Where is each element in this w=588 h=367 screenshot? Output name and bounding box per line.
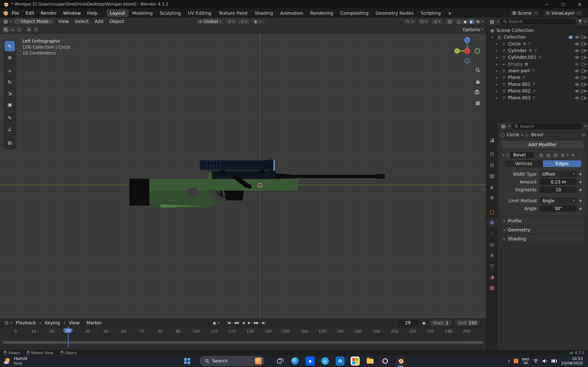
workspace-tab-scripting[interactable]: Scripting (417, 9, 444, 17)
navigation-gizmo[interactable]: Y Z X (452, 36, 482, 66)
options-button[interactable]: Options ▾ (463, 27, 483, 32)
selectability-dropdown[interactable]: ↖ ▾ (405, 19, 415, 24)
workspace-tab-animation[interactable]: Animation (277, 9, 306, 17)
outliner-item-main-part[interactable]: ▸ ▽ main part ▽ (486, 67, 588, 74)
camera-restrict-icon[interactable] (581, 42, 586, 46)
workspace-tab-layout[interactable]: Layout (106, 9, 128, 17)
overlays-dropdown[interactable]: ◎ ▾ (432, 19, 443, 24)
obs-button[interactable] (380, 357, 389, 365)
display-on-cage-toggle[interactable]: ◱ (545, 153, 551, 157)
shading-wireframe-icon[interactable]: ○ (456, 19, 462, 24)
menu-view[interactable]: View (56, 18, 71, 24)
modifier-extras-icon[interactable]: ▾ (567, 153, 569, 157)
outliner-item-circle[interactable]: ▸ ▽ Circle ⚙ ▽ (486, 40, 588, 47)
mode-dropdown[interactable]: ▢ Object Mode ▾ (13, 18, 54, 24)
collection-checkbox[interactable] (569, 35, 573, 39)
display-in-editmode-toggle[interactable]: ◰ (538, 153, 544, 157)
select-box-tool[interactable]: ↖ (5, 41, 15, 51)
maximize-button[interactable]: ▢ (555, 0, 571, 8)
menu-edit[interactable]: Edit (23, 9, 37, 17)
autokey-button[interactable]: ◉ (211, 320, 217, 325)
select-mode-add-option[interactable]: ⊕ (26, 27, 32, 32)
eye-icon[interactable] (574, 76, 579, 79)
weather-widget[interactable]: Humid Now (3, 356, 27, 366)
workspace-tab-modeling[interactable]: Modeling (129, 9, 156, 17)
outliner-scene-collection[interactable]: ▤ Scene Collection (486, 27, 588, 34)
start-button[interactable] (183, 357, 191, 365)
outlook-button[interactable]: O (336, 357, 345, 365)
select-tweak-option[interactable]: ↖ (3, 27, 9, 32)
snap-toggle[interactable]: ∩ ▾ (239, 19, 249, 24)
next-keyframe-button[interactable]: ▶▶ (252, 321, 260, 325)
outliner-collection[interactable]: ▾ ◫ Collection (486, 34, 588, 40)
shading-solid-icon[interactable]: ● (462, 19, 468, 24)
battery-icon[interactable] (552, 359, 557, 363)
menu-render[interactable]: Render (38, 9, 60, 17)
tab-physics[interactable]: ◎ (486, 240, 498, 248)
tab-texture[interactable]: ▦ (486, 284, 498, 292)
workspace-tab-uv-editing[interactable]: UV Editing (185, 9, 215, 17)
breadcrumb-modifier[interactable]: Bevel (531, 132, 544, 137)
shading-section[interactable]: ▸ Shading (501, 235, 585, 242)
eye-icon[interactable] (574, 83, 579, 86)
language-indicator[interactable]: ENG UK (522, 357, 529, 365)
properties-search[interactable] (512, 123, 582, 129)
tab-object-data[interactable]: ▽ (486, 262, 498, 270)
workspace-tab-texture-paint[interactable]: Texture Paint (215, 9, 251, 17)
add-workspace-button[interactable]: + (444, 9, 455, 17)
tab-material[interactable]: ◑ (486, 273, 498, 281)
animate-dot-icon[interactable]: ● (578, 207, 583, 210)
toggle-perspective-grid-icon[interactable]: ▦ (474, 98, 482, 107)
amount-field[interactable]: 0.23 m (540, 179, 577, 185)
camera-restrict-icon[interactable] (581, 76, 586, 79)
shading-material-icon[interactable]: ◐ (468, 19, 475, 24)
camera-restrict-icon[interactable] (581, 49, 586, 52)
dropbox-button[interactable]: ◆ (306, 357, 315, 365)
tab-modifiers[interactable]: ⚙ (486, 218, 498, 227)
scene-selector[interactable]: ▩ Scene ▭ (510, 10, 540, 16)
outliner-item-cylinder-001[interactable]: ▸ ▽ Cylinder.001 ▽ (486, 54, 588, 60)
zoom-icon[interactable] (474, 66, 482, 74)
limit-method-dropdown[interactable]: Angle▾ (540, 197, 577, 204)
geometry-section[interactable]: ▸ Geometry (501, 226, 585, 233)
end-frame-field[interactable]: End250 (455, 320, 480, 326)
tab-scene[interactable]: ◭ (486, 182, 498, 191)
outliner-search[interactable] (501, 19, 576, 25)
edge-button[interactable] (291, 357, 300, 365)
timeline-editor-icon[interactable]: ◷ (3, 320, 10, 325)
affect-vertices-tab[interactable]: Vertices (504, 160, 543, 167)
animate-dot-icon[interactable]: ● (578, 173, 583, 175)
timeline-scrollbar[interactable] (3, 341, 483, 344)
camera-restrict-icon[interactable] (581, 96, 586, 100)
width-type-dropdown[interactable]: Offset▾ (540, 171, 577, 177)
taskbar-search[interactable]: Search (200, 356, 264, 366)
modifier-drag-handle[interactable]: ∷ (577, 153, 583, 157)
move-tool[interactable]: + (5, 66, 15, 76)
task-view-button[interactable] (276, 357, 285, 365)
play-reverse-button[interactable]: ◀ (241, 321, 246, 325)
display-realtime-toggle[interactable]: ◳ (553, 153, 558, 157)
tray-chevron-icon[interactable]: ∧ (508, 359, 510, 363)
menu-select[interactable]: Select (72, 18, 91, 24)
transform-tool[interactable]: ▣ (5, 99, 15, 110)
outliner-item-plane-003[interactable]: ▸ ▽ Plane.003 ▽ (486, 94, 588, 101)
modifier-close-icon[interactable]: × (570, 153, 576, 157)
workspace-tab-geometry-nodes[interactable]: Geometry Nodes (372, 9, 417, 17)
display-render-toggle[interactable]: ⊡ (560, 153, 565, 157)
outliner-item-cylinder[interactable]: ▸ ▽ Cylinder ⚙ ▽ (486, 47, 588, 54)
scale-tool[interactable]: ⇲ (5, 88, 15, 99)
volume-icon[interactable] (542, 359, 548, 363)
angle-field[interactable]: 30° (540, 205, 577, 212)
eye-icon[interactable] (574, 89, 579, 93)
tab-constraints[interactable]: ⊗ (486, 251, 498, 259)
clock-widget[interactable]: 10:53 25/09/2025 (561, 357, 583, 365)
gizmos-dropdown[interactable]: ↻ ▾ (418, 19, 429, 24)
current-frame-field[interactable]: 29 (398, 320, 418, 326)
outliner-item-plane-002[interactable]: ▸ ▽ Plane.002 ▽ (486, 88, 588, 94)
file-explorer-button[interactable] (366, 357, 375, 365)
workspace-tab-compositing[interactable]: Compositing (337, 9, 372, 17)
animate-dot-icon[interactable]: ● (578, 180, 583, 183)
pivot-point-dropdown[interactable]: ⊙ ▾ (225, 19, 237, 24)
cursor-tool[interactable]: ⊕ (5, 52, 15, 63)
select-circle-option[interactable]: ○ (17, 27, 22, 32)
